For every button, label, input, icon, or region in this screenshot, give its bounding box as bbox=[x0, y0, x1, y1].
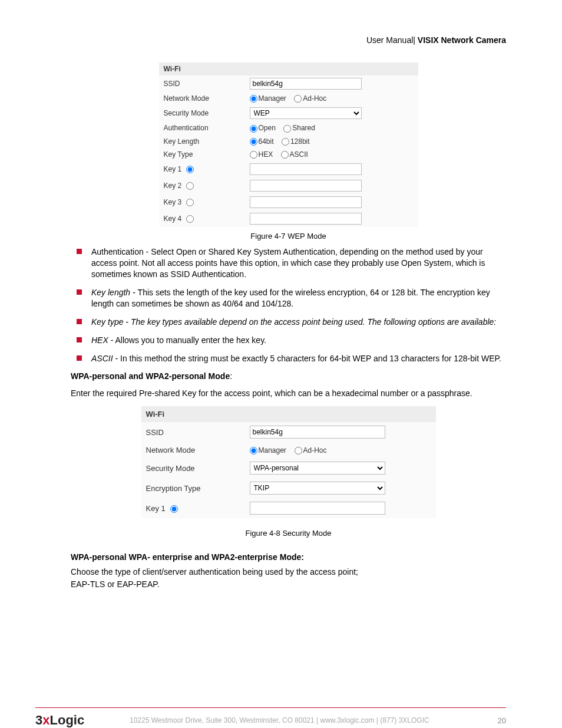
footer-logo-x: x bbox=[42, 713, 49, 727]
key2-radio[interactable] bbox=[186, 182, 194, 190]
figure-4-7-text: WEP Mode bbox=[287, 232, 326, 241]
network-mode-adhoc-radio[interactable] bbox=[294, 95, 302, 103]
bullet-list: Authentication - Select Open or Shared K… bbox=[71, 246, 506, 364]
bullet-key-length: Key length - This sets the length of the… bbox=[71, 287, 506, 309]
security-mode-label-2: Security Mode bbox=[141, 458, 245, 478]
wpa-personal-paragraph: Enter the required Pre-shared Key for th… bbox=[71, 388, 506, 399]
ssid-label-2: SSID bbox=[141, 422, 245, 442]
security-mode-label: Security Mode bbox=[159, 105, 245, 121]
key1-input[interactable] bbox=[250, 163, 362, 175]
page-footer: 3xLogic 10225 Westmoor Drive, Suite 300,… bbox=[35, 707, 506, 728]
wpa-enterprise-para2: EAP-TLS or EAP-PEAP. bbox=[71, 579, 506, 590]
auth-shared-radio[interactable] bbox=[283, 125, 291, 133]
auth-open-radio[interactable] bbox=[250, 125, 257, 133]
header-left: User Manual bbox=[366, 35, 413, 45]
key3-radio[interactable] bbox=[186, 199, 194, 206]
wpa-personal-heading: WPA-personal and WPA2-personal Mode: bbox=[71, 371, 506, 382]
bullet-hex: HEX - Allows you to manually enter the h… bbox=[71, 335, 506, 346]
network-mode-adhoc-label-2: Ad-Hoc bbox=[303, 446, 327, 454]
footer-logo-post: Logic bbox=[50, 713, 85, 727]
figure-4-8-caption: Figure 4-8 Security Mode bbox=[71, 529, 506, 538]
bullet-hex-label: HEX bbox=[91, 335, 111, 345]
wpa-personal-heading-bold: WPA-personal and WPA2-personal Mode bbox=[71, 371, 230, 381]
ssid-label: SSID bbox=[159, 75, 245, 92]
key1-radio-2[interactable] bbox=[170, 505, 178, 513]
wifi-section-header-2: Wi-Fi bbox=[141, 406, 436, 422]
keylen-128-label: 128bit bbox=[290, 137, 310, 146]
footer-logo-pre: 3 bbox=[35, 713, 42, 727]
network-mode-label-2: Network Mode bbox=[141, 442, 245, 458]
key2-input[interactable] bbox=[250, 180, 362, 192]
bullet-key-length-text: This sets the length of the key used for… bbox=[91, 288, 490, 308]
keytype-ascii-label: ASCII bbox=[290, 150, 308, 159]
wpa-enterprise-heading: WPA-personal WPA- enterprise and WPA2-en… bbox=[71, 552, 506, 563]
wpa-enterprise-para1: Choose the type of client/server authent… bbox=[71, 566, 506, 578]
network-mode-adhoc-radio-2[interactable] bbox=[295, 447, 302, 454]
wpa-personal-heading-colon: : bbox=[230, 371, 232, 381]
key-type-label: Key Type bbox=[159, 148, 245, 161]
key4-input[interactable] bbox=[250, 213, 362, 225]
figure-4-8-prefix: Figure 4-8 bbox=[246, 529, 283, 538]
keylen-64-radio[interactable] bbox=[250, 138, 257, 146]
key1-input-2[interactable] bbox=[250, 502, 385, 515]
network-mode-manager-radio-2[interactable] bbox=[250, 447, 257, 454]
bullet-ascii: ASCII - In this method the string must b… bbox=[71, 353, 506, 364]
figure-4-7-prefix: Figure 4-7 bbox=[250, 232, 287, 241]
key4-radio[interactable] bbox=[186, 215, 194, 223]
ssid-input[interactable] bbox=[250, 78, 362, 90]
footer-logo: 3xLogic bbox=[35, 713, 84, 728]
wep-form-table: Wi-Fi SSID Network Mode Manager Ad-Hoc S… bbox=[159, 62, 418, 227]
security-mode-select[interactable]: WEP bbox=[250, 107, 362, 119]
key2-label: Key 2 bbox=[164, 182, 182, 190]
page-container: User Manual| VISIX Network Camera Wi-Fi … bbox=[0, 0, 562, 728]
key1-label-2: Key 1 bbox=[146, 504, 166, 513]
keylen-64-label: 64bit bbox=[259, 137, 274, 146]
header-right: VISIX Network Camera bbox=[418, 35, 506, 45]
auth-shared-label: Shared bbox=[292, 124, 315, 132]
ssid-input-2[interactable] bbox=[250, 426, 385, 439]
key1-label: Key 1 bbox=[164, 165, 182, 173]
auth-open-label: Open bbox=[259, 124, 276, 132]
encryption-type-select[interactable]: TKIP bbox=[250, 482, 385, 495]
bullet-key-length-label: Key length - bbox=[91, 288, 138, 297]
bullet-key-type: Key type - The key types available depen… bbox=[71, 317, 506, 328]
bullet-authentication: Authentication - Select Open or Shared K… bbox=[71, 246, 506, 280]
key3-label: Key 3 bbox=[164, 198, 182, 206]
network-mode-label: Network Mode bbox=[159, 92, 245, 105]
network-mode-manager-radio[interactable] bbox=[250, 95, 257, 103]
bullet-hex-text: - Allows you to manually enter the hex k… bbox=[111, 335, 266, 345]
network-mode-manager-label: Manager bbox=[259, 94, 286, 103]
keytype-hex-radio[interactable] bbox=[250, 151, 257, 159]
encryption-type-label: Encryption Type bbox=[141, 478, 245, 498]
network-mode-manager-label-2: Manager bbox=[259, 446, 286, 454]
bullet-ascii-text: - In this method the string must be exac… bbox=[115, 354, 501, 363]
key1-radio[interactable] bbox=[186, 166, 194, 173]
wifi-section-header: Wi-Fi bbox=[159, 62, 418, 75]
network-mode-adhoc-label: Ad-Hoc bbox=[303, 94, 326, 103]
bullet-ascii-label: ASCII bbox=[91, 354, 115, 363]
footer-address: 10225 Westmoor Drive, Suite 300, Westmin… bbox=[130, 716, 429, 724]
wpa-form-table: Wi-Fi SSID Network Mode Manager Ad-Hoc S… bbox=[141, 406, 436, 518]
keytype-hex-label: HEX bbox=[259, 150, 273, 159]
keytype-ascii-radio[interactable] bbox=[281, 151, 289, 159]
security-mode-select-2[interactable]: WPA-personal bbox=[250, 462, 385, 475]
keylen-128-radio[interactable] bbox=[282, 138, 289, 146]
page-header: User Manual| VISIX Network Camera bbox=[71, 35, 506, 45]
key4-label: Key 4 bbox=[164, 215, 182, 223]
key-length-label: Key Length bbox=[159, 135, 245, 148]
figure-4-8-text: Security Mode bbox=[282, 529, 331, 538]
authentication-label: Authentication bbox=[159, 121, 245, 134]
header-sep: | bbox=[413, 35, 418, 45]
key3-input[interactable] bbox=[250, 196, 362, 208]
figure-4-7-caption: Figure 4-7 WEP Mode bbox=[71, 232, 506, 241]
footer-page-number: 20 bbox=[498, 716, 506, 725]
